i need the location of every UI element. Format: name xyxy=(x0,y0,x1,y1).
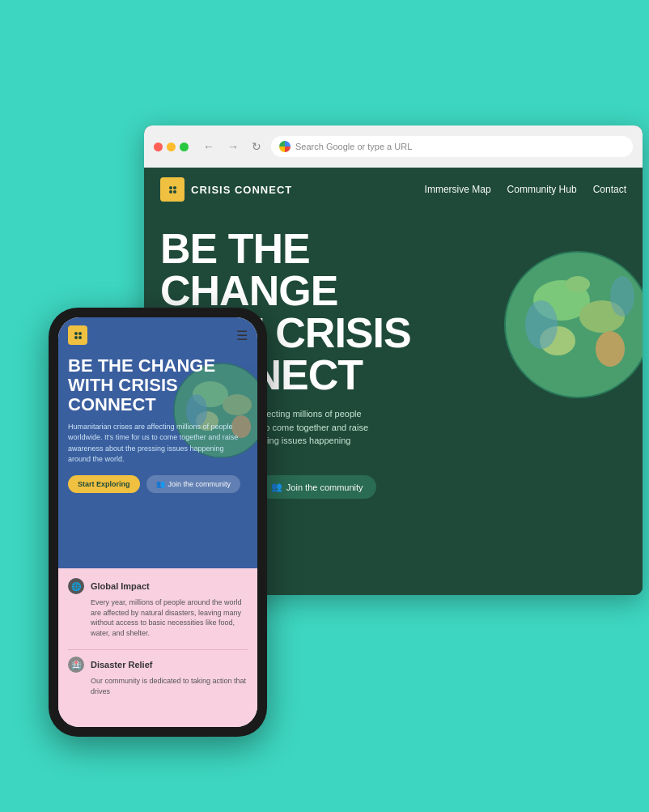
svg-point-8 xyxy=(610,276,634,317)
svg-point-5 xyxy=(596,331,625,367)
phone-screen: ☰ BE THE CHANGEWITH CRISISCONNECT Humani… xyxy=(58,317,257,727)
phone-people-icon xyxy=(74,332,82,339)
relief-feature-icon: 🏥 xyxy=(68,657,84,673)
website-nav-links: Immersive Map Community Hub Contact xyxy=(425,184,626,195)
feature-global-impact: 🌐 Global Impact Every year, millions of … xyxy=(68,578,248,638)
google-icon xyxy=(279,141,291,152)
phone-join-community-button[interactable]: 👥 Join the community xyxy=(146,475,241,493)
phone-start-exploring-button[interactable]: Start Exploring xyxy=(68,475,140,493)
phone-community-icon: 👥 xyxy=(156,480,165,488)
logo-icon xyxy=(160,177,185,202)
back-button[interactable]: ← xyxy=(200,138,218,155)
phone-logo-icon xyxy=(68,325,87,345)
feature-disaster-relief: 🏥 Disaster Relief Our community is dedic… xyxy=(68,657,248,696)
phone-hero-buttons: Start Exploring 👥 Join the community xyxy=(68,475,248,493)
globe-feature-icon: 🌐 xyxy=(68,578,84,594)
phone-nav: ☰ xyxy=(58,317,257,350)
address-text: Search Google or type a URL xyxy=(295,142,412,151)
nav-link-map[interactable]: Immersive Map xyxy=(425,184,491,195)
nav-link-hub[interactable]: Community Hub xyxy=(507,184,577,195)
join-community-button[interactable]: 👥 Join the community xyxy=(258,475,376,499)
phone-container: ☰ BE THE CHANGEWITH CRISISCONNECT Humani… xyxy=(49,308,267,737)
logo-text: CRISIS CONNECT xyxy=(191,184,292,196)
phone-hero-subtitle: Humanitarian crises are affecting millio… xyxy=(68,422,248,466)
feature-global-impact-header: 🌐 Global Impact xyxy=(68,578,248,594)
feature-global-impact-desc: Every year, millions of people around th… xyxy=(91,597,248,638)
people-icon xyxy=(169,186,176,193)
maximize-dot xyxy=(180,142,189,151)
svg-point-7 xyxy=(525,300,558,349)
forward-button[interactable]: → xyxy=(224,138,242,155)
minimize-dot xyxy=(167,142,176,151)
feature-disaster-relief-desc: Our community is dedicated to taking act… xyxy=(91,676,248,696)
community-icon: 👥 xyxy=(271,482,282,492)
browser-traffic-lights xyxy=(154,142,189,151)
phone-top-section: ☰ BE THE CHANGEWITH CRISISCONNECT Humani… xyxy=(58,317,257,568)
globe-decoration xyxy=(497,244,643,406)
feature-disaster-relief-title: Disaster Relief xyxy=(91,660,152,670)
svg-point-6 xyxy=(566,276,590,292)
feature-disaster-relief-header: 🏥 Disaster Relief xyxy=(68,657,248,673)
phone-hero-title: BE THE CHANGEWITH CRISISCONNECT xyxy=(68,356,248,415)
phone-bottom-section: 🌐 Global Impact Every year, millions of … xyxy=(58,568,257,727)
website-logo: CRISIS CONNECT xyxy=(160,177,292,202)
refresh-button[interactable]: ↻ xyxy=(248,138,265,155)
feature-global-impact-title: Global Impact xyxy=(91,581,150,591)
nav-link-contact[interactable]: Contact xyxy=(593,184,626,195)
hamburger-menu-icon[interactable]: ☰ xyxy=(236,328,248,343)
close-dot xyxy=(154,142,163,151)
website-nav: CRISIS CONNECT Immersive Map Community H… xyxy=(144,168,643,211)
address-bar[interactable]: Search Google or type a URL xyxy=(271,136,633,157)
browser-chrome: ← → ↻ Search Google or type a URL xyxy=(144,125,643,168)
phone-hero-text: BE THE CHANGEWITH CRISISCONNECT Humanita… xyxy=(58,350,257,500)
feature-divider xyxy=(68,649,248,650)
